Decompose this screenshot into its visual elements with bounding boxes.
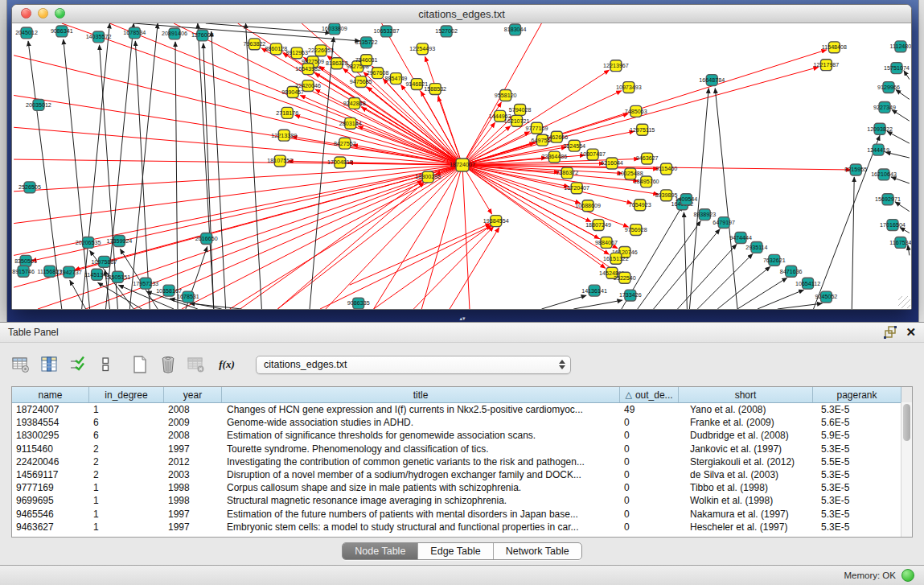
column-header-out_de[interactable]: △out_de... [620, 387, 679, 402]
graph-node-label: 17016504 [880, 222, 906, 229]
graph-node-label: 1733426 [619, 292, 642, 299]
scrollbar-thumb[interactable] [903, 404, 910, 441]
graph-edge [14, 127, 462, 165]
table-cell: Changes of HCN gene expression and I(f) … [222, 403, 620, 416]
float-panel-icon[interactable] [883, 326, 897, 339]
graph-node-label: 8427552 [334, 141, 356, 147]
graph-edge [198, 23, 214, 309]
table-row[interactable]: 946362711997Embryonic stem cells: a mode… [12, 521, 912, 534]
tab-network-table[interactable]: Network Table [494, 543, 581, 559]
delete-table-icon[interactable] [187, 355, 206, 374]
graph-node-label: 7386372 [556, 170, 578, 176]
memory-status-indicator[interactable] [901, 569, 914, 582]
column-header-year[interactable]: year [164, 387, 222, 402]
tab-edge-table[interactable]: Edge Table [418, 543, 493, 559]
graph-node-label: 9884067 [595, 240, 618, 246]
graph-node-label: 22226053 [308, 47, 334, 54]
table-select-dropdown[interactable]: citations_edges.txt [256, 356, 571, 374]
column-header-pagerank[interactable]: pagerank [813, 387, 901, 402]
network-window-titlebar[interactable]: citations_edges.txt [12, 5, 911, 23]
column-header-in_degree[interactable]: in_degree [89, 387, 164, 402]
close-panel-icon[interactable]: ✕ [906, 326, 916, 339]
pane-splitter-handle[interactable]: ▴▾ [455, 315, 470, 321]
collapsed-right-panel-strip[interactable] [918, 0, 924, 322]
column-header-name[interactable]: name [12, 387, 89, 402]
graph-node-label: 5794028 [509, 107, 532, 113]
table-row[interactable]: 1938455462009Genome-wide association stu… [12, 416, 912, 429]
graph-node-label: 10025488 [618, 171, 643, 177]
graph-node-label: 16033809 [322, 26, 347, 32]
table-cell: 49 [620, 403, 679, 416]
zoom-window-button[interactable] [55, 8, 65, 19]
table-cell: 2009 [164, 416, 222, 429]
graph-node-label: 2803144 [339, 121, 362, 127]
table-cell: 1997 [164, 508, 222, 521]
graph-node-label: 16210721 [504, 118, 530, 125]
table-cell: 9463627 [12, 521, 89, 534]
window-resize-grip[interactable] [898, 296, 910, 308]
table-cell: 2 [89, 455, 164, 468]
network-canvas[interactable]: 2045012908634114035572167853420891406127… [12, 23, 911, 309]
table-cell: Estimation of significance thresholds fo… [222, 429, 620, 442]
new-column-icon[interactable] [130, 355, 150, 374]
row-selection-icon[interactable] [96, 355, 115, 374]
minimize-window-button[interactable] [38, 8, 48, 19]
table-cell: 2 [89, 468, 164, 481]
table-scrollbar[interactable] [901, 402, 912, 537]
graph-node-label: 9115460 [655, 166, 677, 172]
graph-node-label: 18807249 [585, 222, 611, 229]
column-visibility-icon[interactable] [39, 355, 59, 374]
graph-node-label: 8915746 [12, 269, 35, 275]
table-cell: 0 [620, 443, 679, 455]
column-header-short[interactable]: short [679, 387, 813, 402]
graph-node-label: 12213967 [603, 63, 629, 69]
table-row[interactable]: 969969511998Structural magnetic resonanc… [12, 494, 912, 507]
table-row[interactable]: 911546021997Tourette syndrome. Phenomeno… [12, 443, 912, 455]
graph-node-label: 12975115 [630, 127, 655, 134]
graph-edge [75, 165, 462, 270]
graph-node-label: 18300295 [415, 174, 441, 180]
table-cell: 5.9E-5 [813, 429, 901, 442]
graph-edge [320, 226, 491, 309]
table-row[interactable]: 1830029562008Estimation of significance … [12, 429, 912, 442]
table-header-row: namein_degreeyeartitle△out_de...shortpag… [12, 387, 912, 403]
graph-node-label: 9086335 [347, 300, 370, 307]
select-all-rows-icon[interactable] [68, 355, 87, 374]
tab-node-table[interactable]: Node Table [343, 543, 418, 559]
table-cell: de Silva et al. (2003) [679, 468, 813, 481]
table-cell: 1 [89, 508, 164, 521]
table-cell: Franke et al. (2009) [679, 416, 813, 429]
table-row[interactable]: 1872400712008Changes of HCN gene express… [12, 403, 912, 416]
function-builder-icon[interactable]: f(x) [215, 355, 239, 374]
graph-node-label: 10807487 [580, 151, 606, 158]
table-cell: 1998 [164, 494, 222, 507]
table-cell: 0 [620, 416, 679, 429]
graph-edge [246, 23, 262, 309]
table-cell: Hescheler et al. (1997) [679, 521, 813, 534]
graph-node-label: 22420046 [295, 83, 321, 89]
graph-edge [295, 115, 462, 165]
graph-node-label: 10358167 [156, 288, 182, 295]
citation-network-graph: 2045012908634114035572167853420891406127… [12, 23, 911, 309]
delete-column-icon[interactable] [158, 355, 178, 374]
table-row[interactable]: 946554611997Estimation of the future num… [12, 508, 912, 521]
graph-node-label: 1588532 [424, 86, 446, 93]
table-cell: 6 [89, 416, 164, 429]
graph-node-label: 6216044 [601, 160, 623, 167]
graph-node-label: 9086341 [51, 28, 73, 35]
dropdown-arrows-icon [559, 360, 565, 369]
table-cell: Tibbo et al. (1998) [679, 481, 813, 494]
table-row[interactable]: 1456911722003Disruption of a novel membe… [12, 468, 912, 481]
column-header-title[interactable]: title [222, 387, 620, 402]
graph-node-label: 8860128 [265, 46, 287, 52]
table-cell: 1997 [164, 521, 222, 534]
table-row[interactable]: 2242004622012Investigating the contribut… [12, 455, 912, 468]
table-cell: 18724007 [12, 403, 89, 416]
close-window-button[interactable] [21, 8, 31, 19]
collapsed-left-panel-strip[interactable] [0, 0, 7, 322]
table-toolbar: f(x) citations_edges.txt [11, 352, 913, 377]
table-row[interactable]: 977716911998Corpus callosum shape and si… [12, 481, 912, 494]
graph-node-label: 7485063 [625, 109, 647, 115]
graph-node-label: 18107552 [267, 158, 293, 164]
table-settings-icon[interactable] [11, 355, 31, 374]
